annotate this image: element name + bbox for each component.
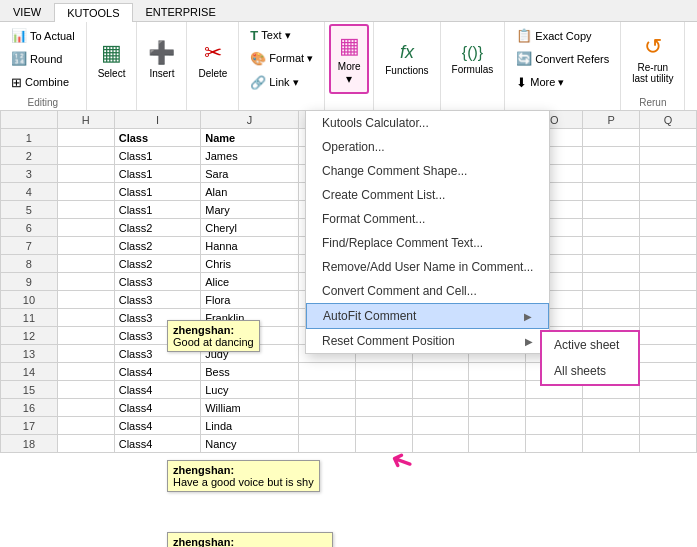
cell-r7-c9[interactable]	[640, 237, 697, 255]
cell-r15-c6[interactable]	[469, 381, 526, 399]
cell-r14-c2[interactable]: Bess	[201, 363, 299, 381]
cell-r6-c9[interactable]	[640, 219, 697, 237]
col-Q[interactable]: Q	[640, 111, 697, 129]
cell-r18-c4[interactable]	[355, 435, 412, 453]
table-row[interactable]: 16Class4William	[1, 399, 697, 417]
cell-r13-c0[interactable]	[57, 345, 114, 363]
cell-r1-c1[interactable]: Class	[114, 129, 201, 147]
menu-convert-comment-cell[interactable]: Convert Comment and Cell...	[306, 279, 549, 303]
cell-r4-c8[interactable]	[583, 183, 640, 201]
formulas-button[interactable]: {()} Formulas	[445, 24, 501, 94]
cell-r17-c9[interactable]	[640, 417, 697, 435]
cell-r8-c2[interactable]: Chris	[201, 255, 299, 273]
cell-r15-c2[interactable]: Lucy	[201, 381, 299, 399]
menu-remove-add-username[interactable]: Remove/Add User Name in Comment...	[306, 255, 549, 279]
cell-r16-c9[interactable]	[640, 399, 697, 417]
tab-view[interactable]: VIEW	[0, 2, 54, 21]
cell-r2-c0[interactable]	[57, 147, 114, 165]
cell-r4-c1[interactable]: Class1	[114, 183, 201, 201]
cell-r9-c0[interactable]	[57, 273, 114, 291]
submenu-active-sheet[interactable]: Active sheet	[542, 332, 638, 358]
cell-r10-c8[interactable]	[583, 291, 640, 309]
cell-r16-c6[interactable]	[469, 399, 526, 417]
round-button[interactable]: 🔢 Round	[6, 49, 80, 69]
cell-r3-c2[interactable]: Sara	[201, 165, 299, 183]
cell-r18-c5[interactable]	[412, 435, 469, 453]
cell-r10-c2[interactable]: Flora	[201, 291, 299, 309]
cell-r10-c9[interactable]	[640, 291, 697, 309]
cell-r15-c1[interactable]: Class4	[114, 381, 201, 399]
cell-r8-c8[interactable]	[583, 255, 640, 273]
text-button[interactable]: T Text ▾	[245, 26, 318, 46]
cell-r9-c8[interactable]	[583, 273, 640, 291]
cell-r3-c8[interactable]	[583, 165, 640, 183]
cell-r6-c2[interactable]: Cheryl	[201, 219, 299, 237]
cell-r5-c0[interactable]	[57, 201, 114, 219]
cell-r17-c1[interactable]: Class4	[114, 417, 201, 435]
cell-r16-c1[interactable]: Class4	[114, 399, 201, 417]
menu-calculator[interactable]: Kutools Calculator...	[306, 111, 549, 135]
cell-r9-c2[interactable]: Alice	[201, 273, 299, 291]
cell-r6-c1[interactable]: Class2	[114, 219, 201, 237]
cell-r7-c0[interactable]	[57, 237, 114, 255]
delete-button[interactable]: ✂ Delete	[191, 24, 234, 94]
cell-r16-c0[interactable]	[57, 399, 114, 417]
cell-r16-c2[interactable]: William	[201, 399, 299, 417]
cell-r18-c1[interactable]: Class4	[114, 435, 201, 453]
cell-r18-c7[interactable]	[526, 435, 583, 453]
cell-r17-c8[interactable]	[583, 417, 640, 435]
cell-r2-c1[interactable]: Class1	[114, 147, 201, 165]
format-button[interactable]: 🎨 Format ▾	[245, 49, 318, 69]
combine-button[interactable]: ⊞ Combine	[6, 72, 80, 92]
cell-r17-c6[interactable]	[469, 417, 526, 435]
cell-r10-c0[interactable]	[57, 291, 114, 309]
cell-r2-c8[interactable]	[583, 147, 640, 165]
cell-r14-c4[interactable]	[355, 363, 412, 381]
help-button[interactable]: ? Help	[689, 24, 697, 94]
cell-r2-c9[interactable]	[640, 147, 697, 165]
cell-r16-c5[interactable]	[412, 399, 469, 417]
cell-r10-c1[interactable]: Class3	[114, 291, 201, 309]
cell-r8-c0[interactable]	[57, 255, 114, 273]
more-button[interactable]: ▦ More ▾	[329, 24, 369, 94]
menu-reset-comment-position[interactable]: Reset Comment Position ▶	[306, 329, 549, 353]
cell-r6-c0[interactable]	[57, 219, 114, 237]
cell-r1-c2[interactable]: Name	[201, 129, 299, 147]
cell-r7-c2[interactable]: Hanna	[201, 237, 299, 255]
cell-r8-c9[interactable]	[640, 255, 697, 273]
cell-r2-c2[interactable]: James	[201, 147, 299, 165]
cell-r5-c2[interactable]: Mary	[201, 201, 299, 219]
cell-r7-c1[interactable]: Class2	[114, 237, 201, 255]
cell-r15-c3[interactable]	[298, 381, 355, 399]
cell-r18-c0[interactable]	[57, 435, 114, 453]
insert-button[interactable]: ➕ Insert	[141, 24, 182, 94]
cell-r4-c9[interactable]	[640, 183, 697, 201]
table-row[interactable]: 17Class4Linda	[1, 417, 697, 435]
cell-r12-c9[interactable]	[640, 327, 697, 345]
cell-r16-c4[interactable]	[355, 399, 412, 417]
cell-r18-c9[interactable]	[640, 435, 697, 453]
cell-r17-c0[interactable]	[57, 417, 114, 435]
cell-r1-c0[interactable]	[57, 129, 114, 147]
cell-r8-c1[interactable]: Class2	[114, 255, 201, 273]
cell-r17-c5[interactable]	[412, 417, 469, 435]
cell-r3-c1[interactable]: Class1	[114, 165, 201, 183]
cell-r4-c2[interactable]: Alan	[201, 183, 299, 201]
cell-r14-c3[interactable]	[298, 363, 355, 381]
convert-refers-button[interactable]: 🔄 Convert Refers	[511, 49, 614, 69]
tab-kutools[interactable]: KUTOOLS	[54, 3, 132, 22]
cell-r4-c0[interactable]	[57, 183, 114, 201]
cell-r15-c9[interactable]	[640, 381, 697, 399]
col-H[interactable]: H	[57, 111, 114, 129]
cell-r7-c8[interactable]	[583, 237, 640, 255]
cell-r1-c9[interactable]	[640, 129, 697, 147]
cell-r3-c9[interactable]	[640, 165, 697, 183]
cell-r14-c9[interactable]	[640, 363, 697, 381]
cell-r15-c0[interactable]	[57, 381, 114, 399]
more2-button[interactable]: ⬇ More ▾	[511, 72, 614, 92]
cell-r6-c8[interactable]	[583, 219, 640, 237]
submenu-all-sheets[interactable]: All sheets	[542, 358, 638, 384]
table-row[interactable]: 18Class4Nancy	[1, 435, 697, 453]
cell-r16-c3[interactable]	[298, 399, 355, 417]
cell-r14-c1[interactable]: Class4	[114, 363, 201, 381]
